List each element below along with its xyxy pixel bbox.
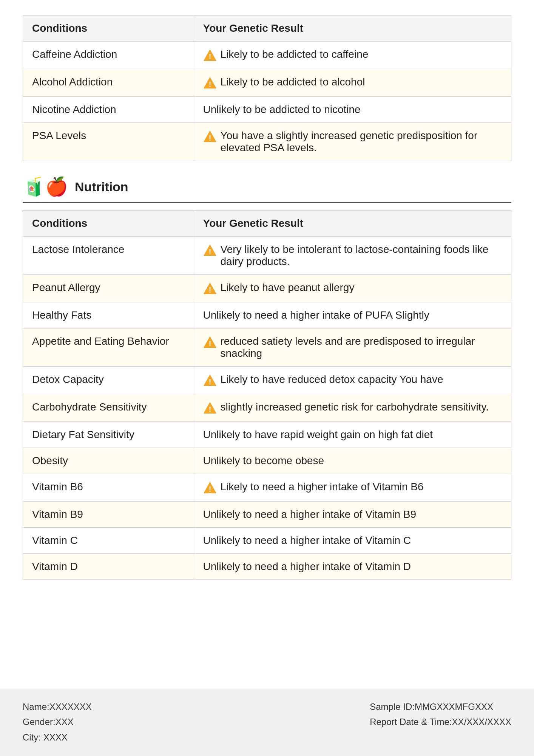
result-text: Unlikely to need a higher intake of Vita…: [203, 508, 502, 521]
footer-right: Sample ID:MMGXXXMFGXXX Report Date & Tim…: [370, 699, 511, 745]
result-cell: Unlikely to be addicted to nicotine: [194, 97, 511, 123]
result-cell: ! reduced satiety levels and are predisp…: [194, 328, 511, 367]
conditions-table-2: Conditions Your Genetic Result Lactose I…: [23, 210, 511, 580]
result-text: Unlikely to be addicted to nicotine: [203, 104, 502, 116]
condition-cell: Vitamin C: [23, 528, 194, 554]
condition-cell: Nicotine Addiction: [23, 97, 194, 123]
result-cell: Unlikely to need a higher intake of Vita…: [194, 502, 511, 528]
condition-cell: Dietary Fat Sensitivity: [23, 422, 194, 448]
nutrition-title: Nutrition: [75, 180, 128, 194]
result-text: Unlikely to need a higher intake of Vita…: [203, 561, 502, 573]
nutrition-section-header: 🧃🍎 Nutrition: [23, 176, 511, 203]
result-cell: Unlikely to become obese: [194, 448, 511, 474]
result-cell: ! Likely to have peanut allergy: [194, 275, 511, 302]
result-text: Unlikely to have rapid weight gain on hi…: [203, 429, 502, 441]
result-text: reduced satiety levels and are predispos…: [221, 335, 502, 359]
footer-sample-id: Sample ID:MMGXXXMFGXXX: [370, 699, 511, 715]
table2-col1-header: Conditions: [23, 211, 194, 237]
warning-triangle-icon: !: [203, 48, 217, 62]
table2-col2-header: Your Genetic Result: [194, 211, 511, 237]
condition-cell: Vitamin B9: [23, 502, 194, 528]
condition-cell: Healthy Fats: [23, 302, 194, 328]
table1-col2-header: Your Genetic Result: [194, 15, 511, 42]
condition-cell: Peanut Allergy: [23, 275, 194, 302]
condition-cell: PSA Levels: [23, 123, 194, 161]
result-cell: Unlikely to need a higher intake of Vita…: [194, 528, 511, 554]
result-cell: ! Likely to be addicted to alcohol: [194, 69, 511, 97]
condition-cell: Caffeine Addiction: [23, 42, 194, 69]
footer-report-date: Report Date & Time:XX/XXX/XXXX: [370, 714, 511, 730]
condition-cell: Vitamin B6: [23, 474, 194, 502]
condition-cell: Appetite and Eating Behavior: [23, 328, 194, 367]
condition-cell: Vitamin D: [23, 554, 194, 580]
result-text: Likely to be addicted to caffeine: [221, 48, 502, 60]
footer-gender: Gender:XXX: [23, 714, 92, 730]
result-cell: ! slightly increased genetic risk for ca…: [194, 394, 511, 422]
result-text: Likely to have reduced detox capacity Yo…: [221, 373, 502, 386]
footer-city: City: XXXX: [23, 730, 92, 745]
result-cell: ! Likely to be addicted to caffeine: [194, 42, 511, 69]
svg-text:!: !: [208, 378, 211, 386]
condition-cell: Obesity: [23, 448, 194, 474]
svg-text:!: !: [208, 485, 211, 493]
result-cell: Unlikely to need a higher intake of Vita…: [194, 554, 511, 580]
footer-name: Name:XXXXXXX: [23, 699, 92, 715]
result-text: Unlikely to become obese: [203, 455, 502, 467]
conditions-table-1: Conditions Your Genetic Result Caffeine …: [23, 15, 511, 161]
result-cell: ! Likely to need a higher intake of Vita…: [194, 474, 511, 502]
condition-cell: Alcohol Addiction: [23, 69, 194, 97]
footer-left: Name:XXXXXXX Gender:XXX City: XXXX: [23, 699, 92, 745]
condition-cell: Lactose Intolerance: [23, 237, 194, 275]
warning-triangle-icon: !: [203, 243, 217, 257]
svg-text:!: !: [208, 339, 211, 348]
condition-cell: Carbohydrate Sensitivity: [23, 394, 194, 422]
page-footer: Name:XXXXXXX Gender:XXX City: XXXX Sampl…: [0, 689, 534, 756]
svg-text:!: !: [208, 248, 211, 256]
result-cell: Unlikely to need a higher intake of PUFA…: [194, 302, 511, 328]
result-cell: ! Likely to have reduced detox capacity …: [194, 367, 511, 394]
warning-triangle-icon: !: [203, 401, 217, 415]
result-text: Unlikely to need a higher intake of PUFA…: [203, 309, 502, 321]
result-text: slightly increased genetic risk for carb…: [221, 401, 502, 413]
svg-text:!: !: [208, 286, 211, 294]
result-text: Likely to be addicted to alcohol: [221, 76, 502, 88]
result-text: Likely to need a higher intake of Vitami…: [221, 481, 502, 493]
svg-text:!: !: [208, 80, 211, 88]
nutrition-icon: 🧃🍎: [23, 176, 68, 197]
warning-triangle-icon: !: [203, 76, 217, 90]
warning-triangle-icon: !: [203, 481, 217, 494]
result-text: Very likely to be intolerant to lactose-…: [221, 243, 502, 268]
table1-col1-header: Conditions: [23, 15, 194, 42]
result-text: Unlikely to need a higher intake of Vita…: [203, 534, 502, 547]
warning-triangle-icon: !: [203, 282, 217, 295]
result-text: Likely to have peanut allergy: [221, 282, 502, 294]
condition-cell: Detox Capacity: [23, 367, 194, 394]
svg-text:!: !: [208, 53, 211, 61]
warning-triangle-icon: !: [203, 130, 217, 143]
result-cell: ! You have a slightly increased genetic …: [194, 123, 511, 161]
svg-text:!: !: [208, 134, 211, 142]
result-cell: ! Very likely to be intolerant to lactos…: [194, 237, 511, 275]
svg-text:!: !: [208, 405, 211, 414]
result-cell: Unlikely to have rapid weight gain on hi…: [194, 422, 511, 448]
result-text: You have a slightly increased genetic pr…: [221, 130, 502, 154]
warning-triangle-icon: !: [203, 373, 217, 387]
warning-triangle-icon: !: [203, 335, 217, 349]
